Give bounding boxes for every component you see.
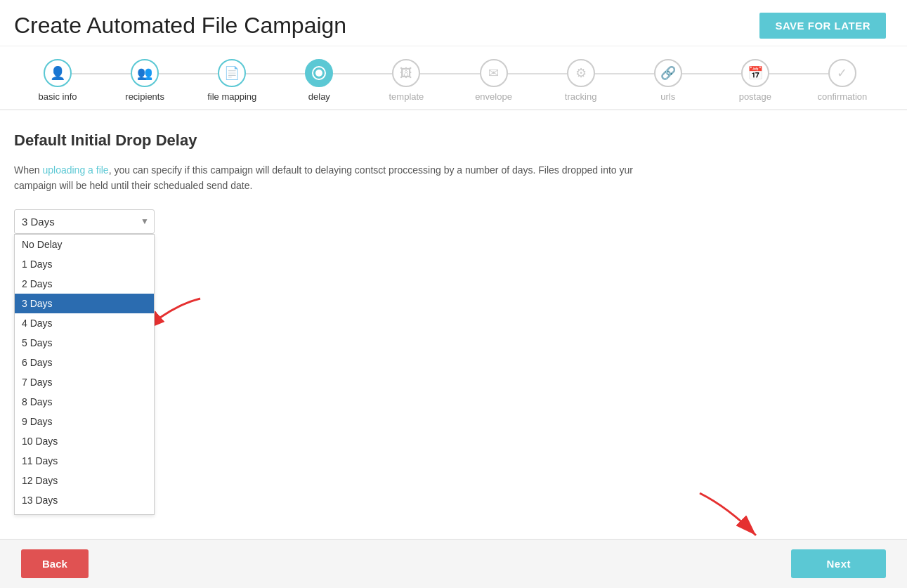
dropdown-option[interactable]: 3 Days xyxy=(15,294,154,313)
step-delay[interactable]: delay xyxy=(275,59,363,102)
dropdown-option[interactable]: 10 Days xyxy=(15,431,154,451)
step-label-urls: urls xyxy=(660,91,675,102)
step-circle-basic-info: 👤 xyxy=(44,59,72,87)
svg-point-0 xyxy=(315,70,322,77)
description-highlight: uploading a file xyxy=(42,164,108,176)
step-label-delay: delay xyxy=(308,91,330,102)
step-circle-tracking: ⚙ xyxy=(567,59,595,87)
dropdown-option[interactable]: 5 Days xyxy=(15,333,154,353)
step-label-envelope: envelope xyxy=(475,91,512,102)
page-title: Create Automated File Campaign xyxy=(14,13,346,39)
next-button[interactable]: Next xyxy=(791,549,886,578)
step-label-template: template xyxy=(389,91,424,102)
steps-bar: 👤 basic info 👥 recipients 📄 file mapping… xyxy=(0,46,907,110)
dropdown-option[interactable]: 14 Days xyxy=(15,510,154,515)
dropdown-list[interactable]: No Delay1 Days2 Days3 Days4 Days5 Days6 … xyxy=(14,234,155,515)
delay-select-wrapper: No Delay1 Days2 Days3 Days4 Days5 Days6 … xyxy=(14,209,155,234)
step-confirmation[interactable]: ✓ confirmation xyxy=(799,59,886,102)
step-urls[interactable]: 🔗 urls xyxy=(625,59,712,102)
dropdown-option[interactable]: 13 Days xyxy=(15,490,154,510)
step-label-postage: postage xyxy=(739,91,771,102)
header: Create Automated File Campaign SAVE FOR … xyxy=(0,0,907,46)
dropdown-option[interactable]: 9 Days xyxy=(15,412,154,431)
step-label-recipients: recipients xyxy=(125,91,164,102)
step-circle-postage: 📅 xyxy=(741,59,769,87)
step-envelope[interactable]: ✉ envelope xyxy=(450,59,537,102)
step-recipients[interactable]: 👥 recipients xyxy=(101,59,188,102)
step-circle-template: 🖼 xyxy=(392,59,420,87)
step-label-tracking: tracking xyxy=(565,91,597,102)
step-circle-confirmation: ✓ xyxy=(828,59,856,87)
step-circle-envelope: ✉ xyxy=(480,59,508,87)
step-circle-recipients: 👥 xyxy=(131,59,159,87)
dropdown-option[interactable]: No Delay xyxy=(15,235,154,254)
step-circle-urls: 🔗 xyxy=(654,59,682,87)
step-postage[interactable]: 📅 postage xyxy=(712,59,799,102)
save-for-later-button[interactable]: SAVE FOR LATER xyxy=(759,13,886,39)
dropdown-option[interactable]: 6 Days xyxy=(15,353,154,372)
main-content: Default Initial Drop Delay When uploadin… xyxy=(0,110,907,248)
dropdown-option[interactable]: 11 Days xyxy=(15,451,154,471)
dropdown-option[interactable]: 12 Days xyxy=(15,471,154,490)
step-template[interactable]: 🖼 template xyxy=(363,59,450,102)
back-button[interactable]: Back xyxy=(21,549,89,578)
dropdown-option[interactable]: 8 Days xyxy=(15,392,154,412)
step-label-file-mapping: file mapping xyxy=(207,91,256,102)
dropdown-option[interactable]: 2 Days xyxy=(15,274,154,294)
description: When uploading a file, you can specify i… xyxy=(14,162,646,194)
section-title: Default Initial Drop Delay xyxy=(14,131,886,150)
step-label-confirmation: confirmation xyxy=(817,91,867,102)
step-circle-file-mapping: 📄 xyxy=(218,59,246,87)
dropdown-option[interactable]: 1 Days xyxy=(15,254,154,274)
footer: Back Next xyxy=(0,539,907,588)
step-file-mapping[interactable]: 📄 file mapping xyxy=(188,59,275,102)
dropdown-option[interactable]: 7 Days xyxy=(15,372,154,392)
delay-select[interactable]: No Delay1 Days2 Days3 Days4 Days5 Days6 … xyxy=(14,209,155,234)
step-label-basic-info: basic info xyxy=(39,91,77,102)
step-basic-info[interactable]: 👤 basic info xyxy=(14,59,101,102)
dropdown-option[interactable]: 4 Days xyxy=(15,313,154,333)
step-circle-delay xyxy=(305,59,333,87)
step-tracking[interactable]: ⚙ tracking xyxy=(537,59,625,102)
